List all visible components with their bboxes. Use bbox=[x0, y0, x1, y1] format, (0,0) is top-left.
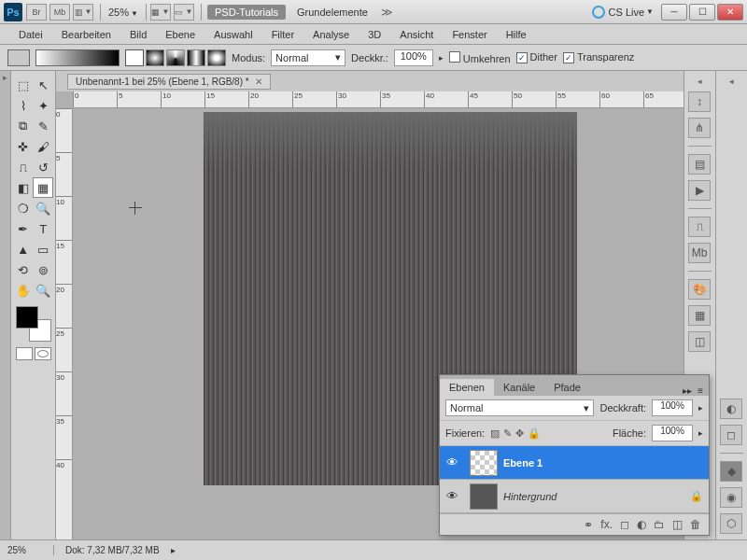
color-swatches[interactable] bbox=[16, 306, 51, 342]
tab-kanaele[interactable]: Kanäle bbox=[494, 379, 544, 396]
hand-tool[interactable]: ✋ bbox=[13, 280, 34, 301]
animation-panel-icon[interactable]: ▶ bbox=[688, 180, 711, 201]
clone-panel-icon[interactable]: ⎍ bbox=[688, 217, 711, 237]
menu-bearbeiten[interactable]: Bearbeiten bbox=[52, 27, 120, 42]
visibility-toggle-icon[interactable]: 👁 bbox=[440, 455, 464, 469]
menu-ebene[interactable]: Ebene bbox=[156, 27, 204, 42]
type-tool[interactable]: T bbox=[34, 218, 54, 239]
layer-name[interactable]: Ebene 1 bbox=[503, 457, 709, 469]
cs-live-button[interactable]: CS Live▼ bbox=[592, 6, 654, 19]
menu-filter[interactable]: Filter bbox=[262, 27, 303, 42]
status-doc-size[interactable]: Dok: 7,32 MB/7,32 MB bbox=[65, 545, 160, 555]
status-menu-icon[interactable]: ▸ bbox=[171, 545, 176, 555]
layer-thumbnail[interactable] bbox=[470, 450, 498, 476]
menu-auswahl[interactable]: Auswahl bbox=[204, 27, 262, 42]
stamp-tool[interactable]: ⎍ bbox=[13, 157, 34, 177]
standard-mode-button[interactable] bbox=[16, 347, 33, 360]
blur-tool[interactable]: ❍ bbox=[13, 198, 34, 218]
properties-panel-icon[interactable]: ▤ bbox=[688, 154, 711, 175]
history-panel-icon[interactable]: ↕ bbox=[688, 91, 711, 112]
layer-style-icon[interactable]: fx. bbox=[600, 518, 613, 531]
actions-panel-icon[interactable]: ⋔ bbox=[688, 118, 711, 138]
dodge-tool[interactable]: 🔍 bbox=[34, 198, 54, 218]
delete-layer-icon[interactable]: 🗑 bbox=[690, 518, 701, 531]
color-panel-icon[interactable]: 🎨 bbox=[688, 279, 711, 300]
panel-menu-icon[interactable]: ≡ bbox=[698, 385, 703, 396]
tab-ebenen[interactable]: Ebenen bbox=[440, 379, 494, 396]
path-select-tool[interactable]: ▲ bbox=[13, 239, 34, 259]
layer-row[interactable]: 👁 Ebene 1 bbox=[440, 446, 709, 480]
group-icon[interactable]: 🗀 bbox=[654, 518, 665, 531]
layer-fill-input[interactable]: 100% bbox=[652, 425, 693, 441]
crop-tool[interactable]: ⧉ bbox=[13, 116, 34, 136]
panel-collapse-icon[interactable]: ▸▸ bbox=[683, 385, 692, 396]
lock-position-icon[interactable]: ✥ bbox=[515, 427, 524, 440]
menu-datei[interactable]: Datei bbox=[9, 27, 52, 42]
lock-all-icon[interactable]: 🔒 bbox=[528, 427, 541, 440]
new-layer-icon[interactable]: ◫ bbox=[672, 518, 683, 531]
visibility-toggle-icon[interactable]: 👁 bbox=[440, 489, 464, 503]
workspace-crumb-active[interactable]: PSD-Tutorials bbox=[207, 5, 286, 20]
shape-tool[interactable]: ▭ bbox=[34, 239, 54, 259]
layer-thumbnail[interactable] bbox=[470, 483, 498, 510]
app-logo[interactable]: Ps bbox=[4, 3, 22, 21]
swatches-panel-icon[interactable]: ▦ bbox=[688, 305, 711, 326]
adjustments-panel-icon[interactable]: ◐ bbox=[720, 399, 742, 419]
horizontal-ruler[interactable]: 0510152025303540455055606570 bbox=[73, 91, 684, 108]
layer-row[interactable]: 👁 Hintergrund 🔒 bbox=[440, 480, 709, 513]
minibridge-panel-icon[interactable]: Mb bbox=[688, 243, 711, 263]
styles-panel-icon[interactable]: ◫ bbox=[688, 331, 711, 352]
link-layers-icon[interactable]: ⚭ bbox=[584, 518, 593, 531]
layer-blend-select[interactable]: Normal▾ bbox=[445, 399, 594, 416]
arrange-documents-button[interactable]: ▦▼ bbox=[150, 4, 171, 21]
adjustment-layer-icon[interactable]: ◐ bbox=[637, 518, 646, 531]
masks-panel-icon[interactable]: ◻ bbox=[720, 425, 742, 445]
screen-mode-button[interactable]: ▭▼ bbox=[174, 4, 194, 21]
lock-transparency-icon[interactable]: ▨ bbox=[490, 427, 500, 440]
pen-tool[interactable]: ✒ bbox=[13, 218, 34, 239]
tab-pfade[interactable]: Pfade bbox=[544, 379, 590, 396]
gradient-reflected-button[interactable] bbox=[187, 49, 205, 66]
move-arrow-tool[interactable]: ↖ bbox=[34, 75, 54, 95]
zoom-tool[interactable]: 🔍 bbox=[34, 280, 54, 301]
layers-panel-icon[interactable]: ◆ bbox=[720, 461, 742, 482]
document-tab[interactable]: Unbenannt-1 bei 25% (Ebene 1, RGB/8) * ✕ bbox=[67, 74, 271, 90]
layer-mask-icon[interactable]: ◻ bbox=[620, 518, 629, 531]
reverse-checkbox[interactable]: Umkehren bbox=[449, 51, 511, 64]
gradient-tool[interactable]: ▦ bbox=[33, 177, 53, 198]
paths-panel-icon[interactable]: ⬡ bbox=[720, 513, 742, 534]
3d-tool[interactable]: ⟲ bbox=[13, 259, 34, 280]
menu-ansicht[interactable]: Ansicht bbox=[390, 27, 443, 42]
3d-camera-tool[interactable]: ⊚ bbox=[34, 259, 54, 280]
left-gutter[interactable]: ▸ bbox=[0, 71, 11, 539]
magic-wand-tool[interactable]: ✦ bbox=[34, 95, 54, 116]
eyedropper-tool[interactable]: ✎ bbox=[34, 116, 54, 136]
menu-analyse[interactable]: Analyse bbox=[303, 27, 359, 42]
layer-name[interactable]: Hintergrund bbox=[503, 491, 690, 502]
menu-hilfe[interactable]: Hilfe bbox=[497, 27, 536, 42]
menu-bild[interactable]: Bild bbox=[120, 27, 156, 42]
dither-checkbox[interactable]: Dither bbox=[516, 51, 557, 63]
gradient-linear-button[interactable] bbox=[125, 49, 144, 66]
gradient-radial-button[interactable] bbox=[146, 49, 164, 66]
menu-3d[interactable]: 3D bbox=[359, 27, 390, 42]
healing-tool[interactable]: ✜ bbox=[13, 136, 34, 157]
gradient-angle-button[interactable] bbox=[166, 49, 185, 66]
quickmask-mode-button[interactable] bbox=[35, 347, 51, 360]
zoom-level[interactable]: 25%▼ bbox=[108, 7, 138, 18]
bridge-button[interactable]: Br bbox=[26, 4, 47, 21]
minibridge-button[interactable]: Mb bbox=[49, 4, 70, 21]
workspace-crumb[interactable]: Grundelemente bbox=[289, 5, 375, 20]
eraser-tool[interactable]: ◧ bbox=[13, 177, 33, 198]
minimize-button[interactable]: ─ bbox=[661, 4, 687, 21]
vertical-ruler[interactable]: 0510152025303540 bbox=[56, 108, 73, 539]
move-tool[interactable]: ⬚ bbox=[13, 75, 34, 95]
status-zoom[interactable]: 25% bbox=[7, 545, 54, 555]
lock-paint-icon[interactable]: ✎ bbox=[503, 427, 512, 440]
blend-mode-select[interactable]: Normal▾ bbox=[271, 49, 345, 66]
brush-tool[interactable]: 🖌 bbox=[34, 136, 54, 157]
workspace-more-icon[interactable]: ≫ bbox=[381, 6, 393, 19]
transparency-checkbox[interactable]: Transparenz bbox=[563, 51, 634, 63]
gradient-diamond-button[interactable] bbox=[207, 49, 226, 66]
opacity-input[interactable]: 100% bbox=[394, 49, 433, 66]
